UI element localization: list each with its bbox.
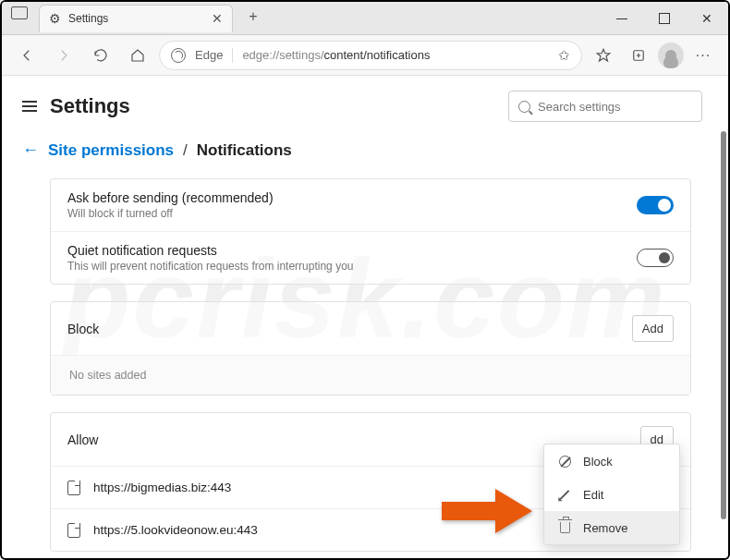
page-title: Settings bbox=[50, 94, 130, 118]
scrollbar[interactable] bbox=[721, 131, 726, 519]
edit-icon bbox=[560, 490, 570, 500]
window-minimize[interactable] bbox=[601, 2, 643, 35]
quiet-requests-desc: This will prevent notification requests … bbox=[67, 260, 353, 273]
quiet-requests-toggle[interactable] bbox=[637, 249, 674, 267]
search-placeholder: Search settings bbox=[538, 100, 621, 114]
menu-icon[interactable]: ··· bbox=[687, 40, 719, 71]
new-tab-button[interactable]: + bbox=[240, 4, 266, 30]
gear-icon: ⚙ bbox=[49, 11, 61, 26]
browser-tab[interactable]: ⚙ Settings ✕ bbox=[39, 5, 233, 32]
browser-toolbar: Edge edge://settings/content/notificatio… bbox=[2, 35, 728, 76]
ask-before-sending-label: Ask before sending (recommended) bbox=[67, 190, 274, 205]
nav-back[interactable] bbox=[11, 40, 43, 71]
settings-header: Settings Search settings bbox=[2, 76, 728, 133]
hamburger-icon[interactable] bbox=[22, 101, 37, 112]
favorites-icon[interactable] bbox=[588, 40, 619, 71]
nav-home[interactable] bbox=[122, 40, 153, 71]
trash-icon bbox=[560, 522, 570, 533]
search-settings[interactable]: Search settings bbox=[508, 91, 702, 122]
allow-label: Allow bbox=[67, 432, 98, 447]
file-icon bbox=[67, 481, 80, 495]
window-maximize[interactable] bbox=[643, 2, 686, 35]
breadcrumb-current: Notifications bbox=[197, 141, 292, 160]
window-close[interactable]: ✕ bbox=[686, 2, 728, 35]
breadcrumb-parent[interactable]: Site permissions bbox=[48, 141, 174, 160]
general-settings-card: Ask before sending (recommended) Will bl… bbox=[50, 178, 691, 285]
quiet-requests-label: Quiet notification requests bbox=[67, 243, 353, 258]
file-icon bbox=[67, 523, 80, 538]
title-bar: ⚙ Settings ✕ + ✕ bbox=[2, 2, 728, 35]
block-section: Block Add No sites added bbox=[50, 301, 691, 396]
svg-marker-1 bbox=[442, 489, 532, 533]
read-aloud-icon[interactable]: ✩ bbox=[558, 47, 570, 64]
ctx-edit[interactable]: Edit bbox=[544, 478, 679, 511]
block-label: Block bbox=[67, 322, 99, 336]
context-menu: Block Edit Remove bbox=[543, 444, 680, 545]
address-url: edge://settings/content/notifications bbox=[242, 48, 430, 62]
breadcrumb: ← Site permissions / Notifications bbox=[2, 133, 728, 178]
edge-icon bbox=[171, 48, 186, 63]
breadcrumb-back[interactable]: ← bbox=[22, 140, 39, 160]
close-tab-icon[interactable]: ✕ bbox=[212, 11, 223, 26]
address-bar[interactable]: Edge edge://settings/content/notificatio… bbox=[159, 41, 582, 70]
address-label: Edge bbox=[195, 48, 223, 62]
ctx-block[interactable]: Block bbox=[544, 444, 679, 478]
ctx-remove[interactable]: Remove bbox=[544, 511, 679, 544]
ask-before-sending-desc: Will block if turned off bbox=[67, 207, 274, 220]
tab-title: Settings bbox=[68, 12, 204, 25]
block-add-button[interactable]: Add bbox=[632, 315, 674, 342]
annotation-arrow bbox=[442, 486, 534, 540]
nav-refresh[interactable] bbox=[85, 40, 116, 71]
tab-actions-icon[interactable] bbox=[11, 6, 28, 19]
collections-icon[interactable] bbox=[623, 40, 654, 71]
profile-avatar[interactable] bbox=[658, 43, 684, 68]
block-icon bbox=[559, 456, 571, 468]
ask-before-sending-toggle[interactable] bbox=[637, 196, 674, 214]
block-empty-text: No sites added bbox=[51, 355, 690, 395]
search-icon bbox=[518, 101, 530, 113]
nav-forward bbox=[48, 40, 79, 71]
